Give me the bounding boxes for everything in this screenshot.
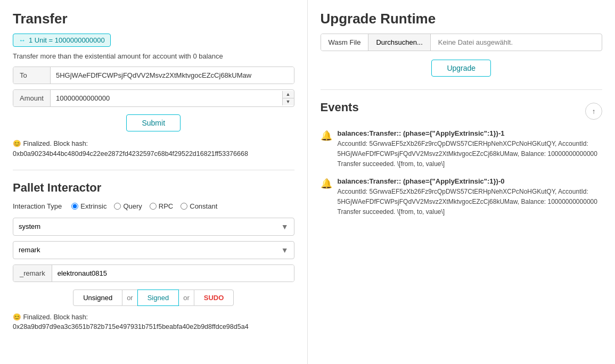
callable-dropdown-row[interactable]: remark remarkWithEvent setCode fillBlock… [13, 241, 294, 259]
right-section-divider [321, 89, 603, 90]
upload-icon: ↑ [592, 107, 596, 115]
amount-input-wrapper: ▲ ▼ [51, 90, 294, 106]
remark-field-row: _remark [13, 264, 294, 282]
sudo-button[interactable]: SUDO [194, 289, 234, 306]
arrow-icon: ↔ [19, 36, 26, 44]
pallet-finalized-label: Finalized. Block hash: [23, 313, 88, 321]
event-content-0: balances:Transfer:: (phase={"ApplyExtrin… [338, 129, 603, 168]
action-buttons: Unsigned or Signed or SUDO [13, 289, 294, 306]
pallet-dropdown-arrow-icon: ▼ [276, 218, 294, 235]
events-header: Events ↑ [321, 101, 603, 122]
upgrade-runtime-title: Upgrade Runtime [321, 11, 603, 27]
or-label-1: or [122, 289, 137, 306]
event-success-0: Transfer succeeded. \[from, to, value\] [338, 160, 603, 168]
amount-up-button[interactable]: ▲ [283, 91, 294, 98]
event-body-1: AccountId: 5GrwvaEF5zXb26Fz9rcQpDWS57CtE… [338, 187, 603, 206]
radio-extrinsic-label: Extrinsic [80, 202, 106, 210]
event-title-1: balances:Transfer:: (phase={"ApplyExtrin… [338, 177, 603, 185]
pallet-dropdown-row[interactable]: system balances sudo timestamp ▼ [13, 218, 294, 236]
interaction-type-label: Interaction Type [13, 202, 62, 210]
transfer-finalized-hash: 0xb0a90234b44bc480d94c22ee2872fd4232597c… [13, 150, 248, 158]
callable-select[interactable]: remark remarkWithEvent setCode fillBlock [13, 242, 276, 258]
amount-field-row: Amount ▲ ▼ [13, 89, 294, 107]
event-content-1: balances:Transfer:: (phase={"ApplyExtrin… [338, 177, 603, 216]
radio-query-label: Query [123, 202, 142, 210]
amount-spinner[interactable]: ▲ ▼ [282, 91, 294, 105]
radio-constant-input[interactable] [181, 203, 187, 210]
radio-rpc-input[interactable] [150, 203, 157, 210]
upgrade-button[interactable]: Upgrade [431, 60, 491, 77]
event-item-0: 🔔 balances:Transfer:: (phase={"ApplyExtr… [321, 129, 603, 168]
radio-query-input[interactable] [114, 203, 121, 210]
signed-button[interactable]: Signed [137, 289, 179, 306]
or-label-2: or [179, 289, 194, 306]
radio-extrinsic[interactable]: Extrinsic [71, 202, 106, 210]
bell-icon-0: 🔔 [321, 130, 332, 168]
to-label: To [13, 67, 51, 84]
event-success-1: Transfer succeeded. \[from, to, value\] [338, 208, 603, 216]
pallet-finalized: 😊 Finalized. Block hash: 0x28a9bd97d9ea3… [13, 312, 294, 333]
pallet-select[interactable]: system balances sudo timestamp [13, 218, 276, 235]
pallet-finalized-hash: 0x28a9bd97d9ea3c3651b782b715e497931b751f… [13, 323, 249, 330]
wasm-file-tab: Wasm File [321, 34, 369, 51]
unsigned-button[interactable]: Unsigned [73, 289, 122, 306]
bell-icon-1: 🔔 [321, 178, 332, 216]
amount-input[interactable] [51, 90, 282, 106]
upgrade-btn-row: Upgrade [321, 60, 603, 77]
pallet-finalized-emoji: 😊 [13, 313, 21, 321]
amount-down-button[interactable]: ▼ [283, 98, 294, 105]
radio-constant-label: Constant [190, 202, 217, 210]
transfer-finalized-emoji: 😊 [13, 140, 21, 147]
to-input[interactable] [51, 67, 294, 84]
radio-query[interactable]: Query [114, 202, 142, 210]
section-divider [13, 170, 294, 170]
radio-constant[interactable]: Constant [181, 202, 217, 210]
radio-rpc[interactable]: RPC [150, 202, 173, 210]
event-body-0: AccountId: 5GrwvaEF5zXb26Fz9rcQpDWS57CtE… [338, 139, 603, 159]
transfer-title: Transfer [13, 11, 294, 27]
transfer-finalized: 😊 Finalized. Block hash: 0xb0a90234b44bc… [13, 139, 294, 159]
transfer-finalized-label: Finalized. Block hash: [23, 140, 88, 147]
events-upload-button[interactable]: ↑ [585, 103, 602, 120]
event-title-0: balances:Transfer:: (phase={"ApplyExtrin… [338, 129, 603, 137]
transfer-notice: Transfer more than the existential amoun… [13, 52, 294, 60]
pallet-interactor-title: Pallet Interactor [13, 181, 294, 195]
radio-extrinsic-input[interactable] [71, 203, 78, 210]
to-field-row: To [13, 67, 294, 84]
unit-badge-text: 1 Unit = 1000000000000 [29, 36, 105, 44]
wasm-file-row: Wasm File Durchsuchen... Keine Datei aus… [321, 34, 603, 51]
radio-rpc-label: RPC [159, 202, 173, 210]
interaction-type-row: Interaction Type Extrinsic Query RPC Con… [13, 202, 294, 210]
amount-label: Amount [13, 90, 51, 106]
callable-dropdown-arrow-icon: ▼ [276, 242, 294, 259]
submit-button[interactable]: Submit [126, 114, 181, 131]
unit-badge: ↔ 1 Unit = 1000000000000 [13, 34, 111, 47]
remark-label: _remark [13, 265, 52, 282]
event-item-1: 🔔 balances:Transfer:: (phase={"ApplyExtr… [321, 177, 603, 216]
radio-group: Extrinsic Query RPC Constant [71, 202, 217, 210]
wasm-no-file-text: Keine Datei ausgewählt. [431, 34, 602, 51]
events-title: Events [321, 101, 359, 114]
remark-input[interactable] [52, 265, 294, 282]
wasm-browse-button[interactable]: Durchsuchen... [368, 34, 430, 51]
